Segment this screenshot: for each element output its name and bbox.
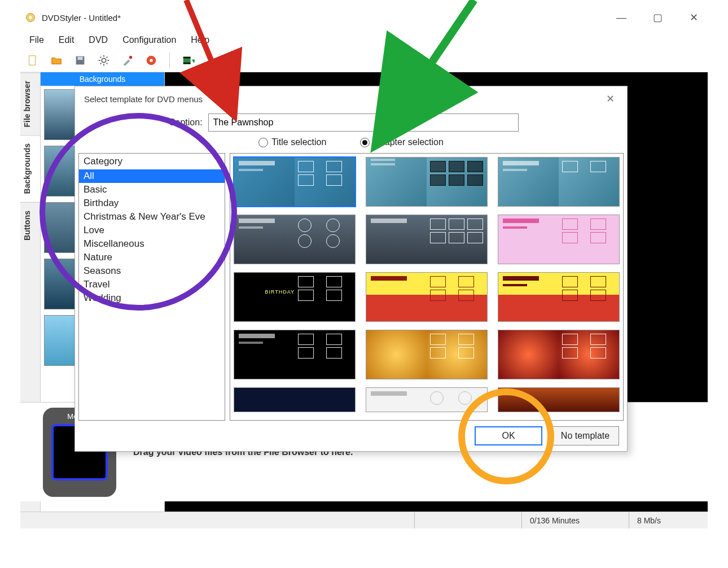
svg-point-6	[102, 58, 106, 62]
category-pane: Category All Basic Birthday Christmas & …	[78, 153, 225, 421]
template-item[interactable]	[366, 157, 488, 207]
app-icon	[25, 12, 36, 23]
svg-point-7	[129, 55, 133, 59]
burn-disc-icon[interactable]	[143, 53, 159, 68]
dialog-close-icon[interactable]: ✕	[602, 92, 618, 106]
window-minimize[interactable]: —	[612, 10, 631, 25]
caption-label: Caption:	[169, 117, 203, 128]
selection-mode-row: Title selection Chapter selection	[75, 135, 627, 153]
svg-rect-5	[77, 56, 82, 60]
add-clip-icon[interactable]: ▾	[180, 53, 196, 68]
category-list[interactable]: All Basic Birthday Christmas & New Year'…	[79, 169, 225, 420]
status-minutes: 0/136 Minutes	[521, 512, 629, 528]
template-item[interactable]	[234, 387, 356, 412]
category-item[interactable]: Wedding	[79, 291, 225, 305]
svg-rect-12	[183, 62, 191, 64]
status-progress	[414, 512, 521, 528]
template-item[interactable]	[234, 157, 356, 207]
svg-marker-3	[36, 55, 38, 58]
template-item[interactable]	[498, 387, 620, 412]
new-file-icon[interactable]	[25, 53, 41, 68]
status-bitrate: 8 Mb/s	[629, 512, 708, 528]
category-item[interactable]: Love	[79, 224, 225, 237]
svg-text:▾: ▾	[192, 56, 195, 64]
category-item[interactable]: Nature	[79, 251, 225, 264]
menu-configuration[interactable]: Configuration	[117, 33, 182, 47]
vtab-file-browser[interactable]: File browser	[20, 72, 40, 135]
template-item[interactable]	[366, 330, 488, 379]
template-item[interactable]	[498, 215, 620, 264]
template-item[interactable]	[234, 330, 356, 379]
menu-file[interactable]: File	[24, 33, 50, 47]
category-item[interactable]: Basic	[79, 183, 225, 196]
radio-chapter-label: Chapter selection	[373, 137, 444, 147]
template-item[interactable]	[498, 157, 620, 207]
caption-input[interactable]	[208, 113, 519, 132]
statusbar: 0/136 Minutes 8 Mb/s	[20, 512, 708, 528]
svg-rect-2	[29, 55, 36, 65]
template-item[interactable]	[498, 272, 620, 322]
menu-help[interactable]: Help	[185, 33, 215, 47]
settings-icon[interactable]	[96, 53, 112, 68]
menu-edit[interactable]: Edit	[53, 33, 80, 47]
radio-title-label: Title selection	[271, 137, 326, 147]
svg-rect-11	[183, 56, 191, 58]
template-item[interactable]	[366, 272, 488, 322]
save-icon[interactable]	[72, 53, 88, 68]
no-template-button[interactable]: No template	[551, 426, 619, 445]
svg-point-1	[29, 16, 32, 19]
tools-icon[interactable]	[120, 53, 135, 68]
toolbar-separator	[169, 53, 170, 68]
template-item[interactable]	[234, 215, 356, 264]
window-maximize[interactable]: ▢	[648, 10, 667, 25]
template-item[interactable]	[366, 387, 488, 412]
category-item[interactable]: All	[79, 169, 225, 183]
category-item[interactable]: Travel	[79, 278, 225, 291]
vtab-buttons[interactable]: Buttons	[20, 202, 40, 248]
category-item[interactable]: Seasons	[79, 264, 225, 278]
backgrounds-header: Backgrounds	[41, 72, 164, 86]
svg-point-9	[150, 59, 153, 62]
app-titlebar: DVDStyler - Untitled* — ▢ ✕	[20, 6, 708, 29]
category-item[interactable]: Birthday	[79, 196, 225, 210]
window-close[interactable]: ✕	[684, 10, 703, 25]
radio-chapter-selection[interactable]: Chapter selection	[360, 137, 444, 147]
ok-button[interactable]: OK	[475, 426, 542, 445]
radio-icon	[360, 138, 370, 147]
radio-icon	[258, 138, 268, 147]
category-header: Category	[79, 154, 225, 169]
dialog-footer: OK No template	[75, 421, 627, 451]
vtab-backgrounds[interactable]: Backgrounds	[20, 135, 40, 202]
open-folder-icon[interactable]	[49, 53, 64, 68]
dialog-title-text: Select template for DVD menus	[84, 94, 203, 104]
radio-title-selection[interactable]: Title selection	[258, 137, 326, 147]
app-title: DVDStyler - Untitled*	[42, 13, 121, 23]
menubar: File Edit DVD Configuration Help	[20, 32, 708, 49]
template-item[interactable]	[498, 330, 620, 379]
toolbar: ▾	[20, 49, 708, 72]
menu-dvd[interactable]: DVD	[83, 33, 113, 47]
template-item[interactable]	[366, 215, 488, 264]
category-item[interactable]: Miscellaneous	[79, 237, 225, 251]
template-item[interactable]: BIRTHDAY	[234, 272, 356, 322]
template-dialog: Select template for DVD menus ✕ Caption:…	[74, 86, 628, 452]
template-grid-pane[interactable]: BIRTHDAY	[230, 153, 624, 421]
dialog-title: Select template for DVD menus ✕	[75, 86, 627, 111]
category-item[interactable]: Christmas & New Year's Eve	[79, 210, 225, 224]
